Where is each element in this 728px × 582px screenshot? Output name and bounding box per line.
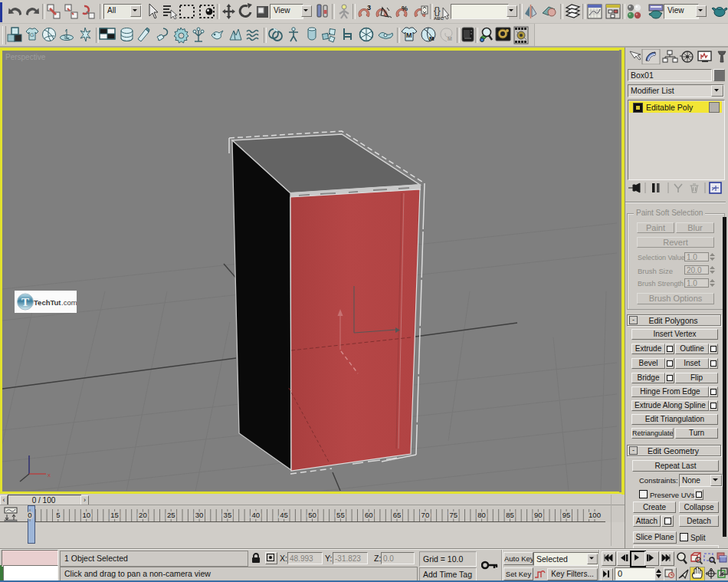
svg-text:M: M: [406, 31, 412, 39]
svg-text:55: 55: [336, 511, 345, 519]
svg-text:35: 35: [224, 511, 232, 519]
svg-text:x: x: [48, 472, 51, 478]
svg-text:T: T: [21, 296, 29, 308]
svg-text:.com: .com: [61, 298, 77, 307]
svg-text:45: 45: [280, 511, 288, 519]
svg-text:M: M: [429, 35, 435, 42]
svg-text:50: 50: [308, 511, 316, 519]
svg-text:40: 40: [252, 511, 261, 519]
svg-text:70: 70: [421, 511, 430, 519]
svg-text:{}: {}: [434, 5, 441, 16]
svg-text:75: 75: [450, 511, 458, 519]
svg-text:3: 3: [367, 4, 371, 12]
svg-text:10: 10: [82, 511, 90, 519]
svg-text:80: 80: [477, 511, 486, 519]
svg-text:G: G: [30, 32, 34, 38]
svg-text:TechTut: TechTut: [34, 298, 61, 307]
svg-text:%: %: [402, 5, 408, 12]
svg-text:85: 85: [506, 511, 514, 519]
svg-text:95: 95: [562, 511, 571, 519]
svg-text:30: 30: [195, 511, 204, 519]
svg-text:M: M: [448, 36, 452, 41]
svg-text:20: 20: [139, 511, 147, 519]
svg-text:5: 5: [56, 511, 60, 519]
svg-text:60: 60: [365, 511, 373, 519]
svg-text:100: 100: [589, 511, 601, 519]
svg-text:65: 65: [393, 511, 402, 519]
svg-text:90: 90: [534, 511, 543, 519]
svg-text:0: 0: [28, 511, 31, 519]
svg-text:25: 25: [167, 511, 175, 519]
svg-text:15: 15: [110, 511, 119, 519]
